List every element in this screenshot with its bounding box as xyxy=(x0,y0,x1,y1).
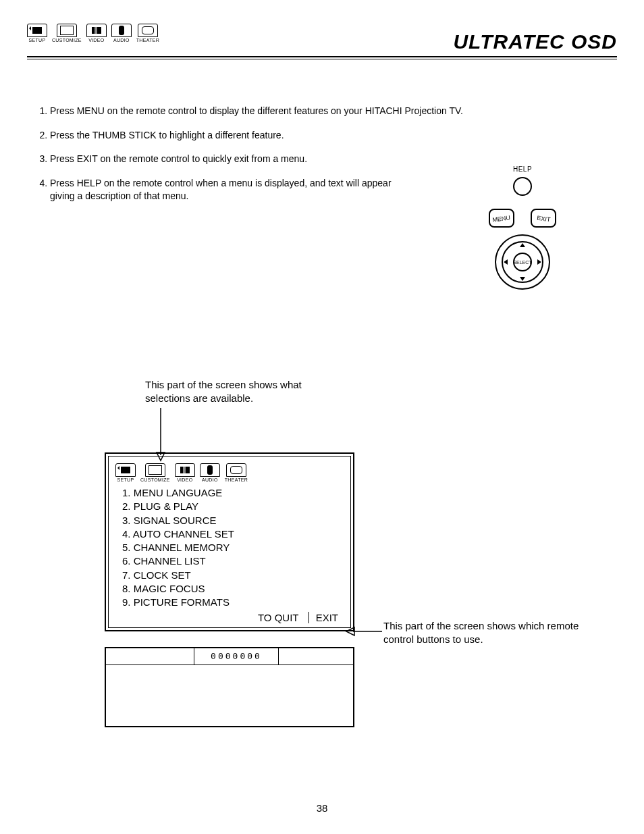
callout-right: This part of the screen shows which remo… xyxy=(383,619,579,646)
osd-video-label: VIDEO xyxy=(177,477,192,482)
setup-icon: SETUP xyxy=(27,24,47,43)
theater-label: THEATER xyxy=(136,38,159,43)
svg-marker-6 xyxy=(520,243,525,247)
svg-point-0 xyxy=(514,178,531,195)
osd-item-2: 2. PLUG & PLAY xyxy=(122,500,344,513)
osd-item-8: 8. MAGIC FOCUS xyxy=(122,582,344,596)
setup-label: SETUP xyxy=(29,38,46,43)
menu-text: MENU xyxy=(492,214,511,224)
page-number: 38 xyxy=(0,802,644,814)
audio-label: AUDIO xyxy=(113,38,130,43)
instruction-3: Press EXIT on the remote control to quic… xyxy=(50,153,617,166)
page-header: SETUP CUSTOMIZE VIDEO AUDIO THEATER ULTR… xyxy=(27,24,617,57)
osd-customize-icon: CUSTOMIZE xyxy=(140,463,170,482)
osd-customize-label: CUSTOMIZE xyxy=(140,477,170,482)
osd-icon-strip: SETUP CUSTOMIZE VIDEO AUDIO xyxy=(115,463,344,482)
instruction-2: Press the THUMB STICK to highlight a dif… xyxy=(50,129,617,142)
svg-marker-9 xyxy=(537,259,541,265)
callout-top: This part of the screen shows what selec… xyxy=(145,378,307,405)
exit-text: EXIT xyxy=(537,215,552,224)
tv-frame: SETUP CUSTOMIZE VIDEO AUDIO xyxy=(105,452,354,631)
osd-theater-label: THEATER xyxy=(225,477,248,482)
remote-diagram: HELP MENU EXIT SELECT xyxy=(468,165,576,296)
svg-marker-8 xyxy=(504,259,508,265)
svg-marker-7 xyxy=(520,277,525,281)
to-quit-label: TO QUIT xyxy=(254,612,303,623)
osd-item-1: 1. MENU LANGUAGE xyxy=(122,486,344,500)
deck-frame: 0000000 xyxy=(105,647,354,727)
remote-svg: MENU EXIT SELECT xyxy=(472,174,573,296)
osd-audio-label: AUDIO xyxy=(202,477,218,482)
audio-icon: AUDIO xyxy=(111,24,132,43)
help-label: HELP xyxy=(468,165,576,173)
osd-item-7: 7. CLOCK SET xyxy=(122,569,344,582)
select-text: SELECT xyxy=(513,260,532,265)
osd-theater-icon: THEATER xyxy=(225,463,248,482)
osd-setup-label: SETUP xyxy=(117,477,134,482)
osd-video-icon: VIDEO xyxy=(175,463,195,482)
osd-menu-list: 1. MENU LANGUAGE 2. PLUG & PLAY 3. SIGNA… xyxy=(122,486,344,609)
osd-footer: TO QUIT EXIT xyxy=(115,609,344,623)
deck-display: 0000000 xyxy=(194,648,279,664)
osd-audio-icon: AUDIO xyxy=(200,463,220,482)
customize-label: CUSTOMIZE xyxy=(52,38,82,43)
video-icon: VIDEO xyxy=(86,24,107,43)
arrow-left-icon xyxy=(345,625,382,638)
osd-item-5: 5. CHANNEL MEMORY xyxy=(122,541,344,554)
customize-icon: CUSTOMIZE xyxy=(52,24,82,43)
exit-label: EXIT xyxy=(308,612,342,623)
osd-item-4: 4. AUTO CHANNEL SET xyxy=(122,527,344,541)
page-title: ULTRATEC OSD xyxy=(453,30,617,53)
osd-item-6: 6. CHANNEL LIST xyxy=(122,554,344,568)
osd-setup-icon: SETUP xyxy=(115,463,136,482)
theater-icon: THEATER xyxy=(136,24,159,43)
instruction-4-text: Press HELP on the remote control when a … xyxy=(50,177,414,203)
osd-item-3: 3. SIGNAL SOURCE xyxy=(122,514,344,527)
video-label: VIDEO xyxy=(88,38,104,43)
instruction-1: Press MENU on the remote control to disp… xyxy=(50,105,617,118)
header-rule xyxy=(27,56,617,59)
osd-item-9: 9. PICTURE FORMATS xyxy=(122,596,344,609)
